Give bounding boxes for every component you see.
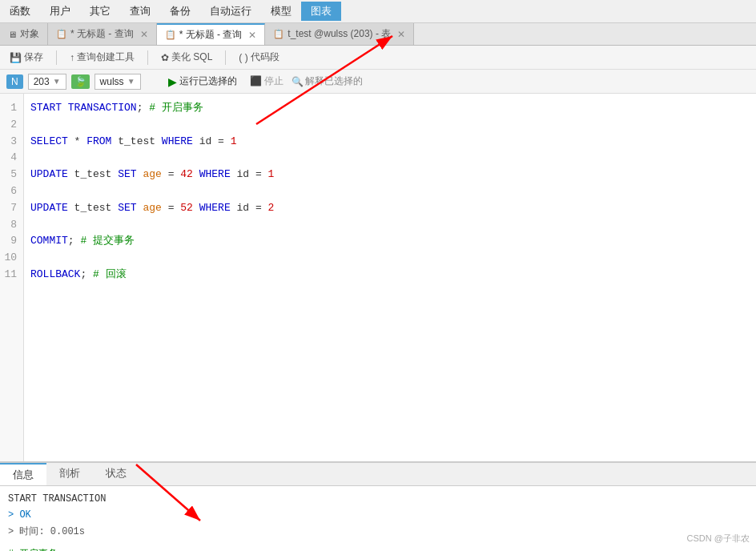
db-icon: N [6, 74, 23, 89]
output-line-4 [8, 540, 748, 546]
query-builder-icon: ↑ [70, 52, 74, 63]
run-selected-label: 运行已选择的 [179, 74, 237, 88]
tab-info[interactable]: 信息 [0, 463, 46, 485]
explain-button[interactable]: 🔍 解释已选择的 [292, 74, 363, 88]
stop-button[interactable]: ⬛ 停止 [250, 74, 284, 88]
db-id-value: 203 [34, 76, 50, 87]
db-name-select[interactable]: wulss ▼ [94, 74, 141, 90]
line-num-6: 6 [3, 183, 17, 200]
toolbar-sep-3 [225, 50, 226, 65]
save-button[interactable]: 💾 保存 [6, 49, 46, 66]
tab-object[interactable]: 🖥 对象 [0, 23, 48, 45]
line-num-1: 1 [3, 100, 17, 117]
menu-item-functions[interactable]: 函数 [0, 2, 40, 21]
query-builder-button[interactable]: ↑ 查询创建工具 [66, 49, 138, 66]
tab-query2-label: * 无标题 - 查询 [179, 28, 243, 42]
save-icon: 💾 [10, 52, 22, 63]
line-numbers: 1 2 3 4 5 6 7 8 9 10 11 [0, 94, 24, 461]
tab-profile[interactable]: 剖析 [46, 463, 93, 485]
beautify-label: 美化 SQL [171, 50, 212, 64]
menu-item-chart[interactable]: 图表 [301, 2, 341, 21]
output-line-1: START TRANSACTION [8, 491, 748, 507]
tab-query-1[interactable]: 📋 * 无标题 - 查询 ✕ [48, 23, 157, 45]
tab-table[interactable]: 📋 t_test @wulss (203) - 表 ✕ [265, 23, 414, 45]
query-builder-label: 查询创建工具 [77, 50, 135, 64]
tab-table-label: t_test @wulss (203) - 表 [288, 27, 391, 41]
line-num-5: 5 [3, 167, 17, 183]
menu-bar: 函数 用户 其它 查询 备份 自动运行 模型 图表 [0, 0, 756, 23]
explain-icon: 🔍 [292, 76, 304, 87]
menu-item-backup[interactable]: 备份 [160, 2, 200, 21]
line-num-7: 7 [3, 200, 17, 217]
play-icon: ▶ [168, 75, 177, 88]
db-id-arrow: ▼ [53, 77, 61, 86]
tab-query2-close[interactable]: ✕ [248, 30, 256, 41]
explain-label: 解释已选择的 [305, 74, 363, 88]
line-num-4: 4 [3, 150, 17, 167]
menu-item-other[interactable]: 其它 [80, 2, 120, 21]
output-line-3: > 时间: 0.001s [8, 524, 748, 540]
stop-label: 停止 [264, 75, 284, 86]
stop-icon: ⬛ [250, 75, 262, 86]
output-line-2: > OK [8, 507, 748, 523]
tab-object-label: 对象 [20, 27, 39, 41]
editor-container: 1 2 3 4 5 6 7 8 9 10 11 START TRANSACTIO… [0, 94, 756, 462]
watermark: CSDN @子非农 [687, 533, 750, 545]
line-num-2: 2 [3, 117, 17, 134]
tab-query1-close[interactable]: ✕ [140, 29, 148, 40]
tab-query-2[interactable]: 📋 * 无标题 - 查询 ✕ [157, 23, 266, 45]
beautify-icon: ✿ [161, 52, 169, 63]
query2-icon: 📋 [165, 30, 176, 40]
code-snippet-label: 代码段 [251, 50, 279, 64]
menu-item-users[interactable]: 用户 [40, 2, 80, 21]
code-editor[interactable]: START TRANSACTION; # 开启事务 SELECT * FROM … [24, 94, 756, 461]
db-name-value: wulss [100, 76, 124, 87]
line-num-11: 11 [3, 267, 17, 284]
editor-wrapper: 1 2 3 4 5 6 7 8 9 10 11 START TRANSACTIO… [0, 94, 756, 462]
line-num-8: 8 [3, 217, 17, 234]
toolbar-sep-2 [147, 50, 148, 65]
beautify-button[interactable]: ✿ 美化 SQL [158, 49, 215, 66]
db-name-icon: 🍃 [71, 74, 90, 89]
code-snippet-button[interactable]: ( ) 代码段 [235, 49, 282, 66]
query1-icon: 📋 [56, 29, 67, 39]
output-line-5: # 开启事务 [8, 546, 748, 551]
line-num-3: 3 [3, 134, 17, 151]
toolbar-sep-1 [56, 50, 57, 65]
menu-item-autorun[interactable]: 自动运行 [200, 2, 261, 21]
tab-query1-label: * 无标题 - 查询 [70, 27, 134, 41]
output-panel: START TRANSACTION > OK > 时间: 0.001s # 开启… [0, 486, 756, 551]
line-num-10: 10 [3, 250, 17, 267]
bottom-panel: 信息 剖析 状态 START TRANSACTION > OK > 时间: 0.… [0, 462, 756, 551]
menu-item-model[interactable]: 模型 [261, 2, 301, 21]
connection-bar: N 203 ▼ 🍃 wulss ▼ ▶ 运行已选择的 ⬛ 停止 🔍 解释已选择的 [0, 70, 756, 94]
tab-status[interactable]: 状态 [93, 463, 139, 485]
save-label: 保存 [24, 50, 43, 64]
run-selected-button[interactable]: ▶ 运行已选择的 [163, 73, 242, 90]
bottom-tabs: 信息 剖析 状态 [0, 463, 756, 486]
tab-table-close[interactable]: ✕ [397, 29, 405, 40]
line-num-9: 9 [3, 233, 17, 250]
code-snippet-icon: ( ) [239, 52, 247, 63]
menu-item-query[interactable]: 查询 [120, 2, 160, 21]
toolbar: 💾 保存 ↑ 查询创建工具 ✿ 美化 SQL ( ) 代码段 [0, 46, 756, 70]
tabs-bar: 🖥 对象 📋 * 无标题 - 查询 ✕ 📋 * 无标题 - 查询 ✕ 📋 t_t… [0, 23, 756, 46]
table-icon: 📋 [273, 29, 284, 39]
object-icon: 🖥 [8, 30, 17, 39]
db-id-select[interactable]: 203 ▼ [28, 74, 66, 90]
db-name-arrow: ▼ [127, 77, 135, 86]
